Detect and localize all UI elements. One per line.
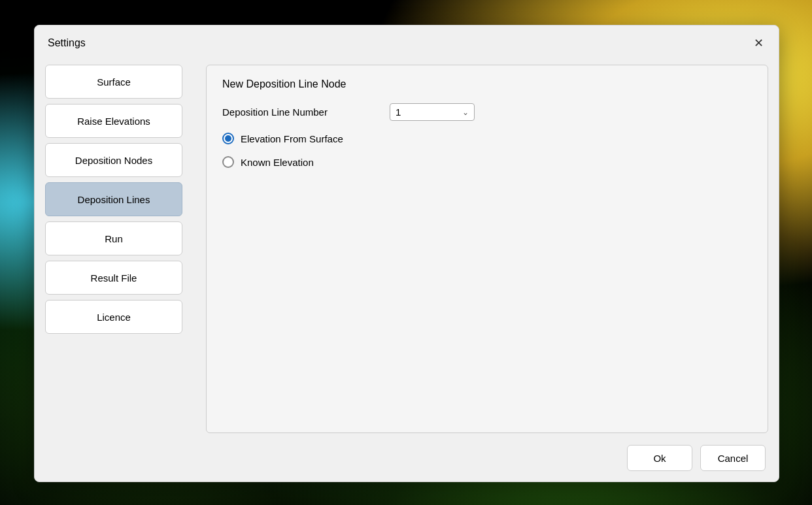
sidebar-item-deposition-nodes[interactable]: Deposition Nodes — [45, 143, 182, 177]
sidebar: Surface Raise Elevations Deposition Node… — [45, 59, 195, 438]
sidebar-item-deposition-lines[interactable]: Deposition Lines — [45, 182, 182, 216]
sidebar-item-raise-elevations[interactable]: Raise Elevations — [45, 104, 182, 138]
known-elevation-label: Known Elevation — [241, 157, 314, 168]
close-button[interactable]: ✕ — [749, 33, 768, 53]
dialog-body: Surface Raise Elevations Deposition Node… — [35, 59, 779, 438]
sidebar-item-run[interactable]: Run — [45, 221, 182, 255]
known-elevation-radio[interactable] — [222, 156, 234, 168]
content-panel: New Deposition Line Node Deposition Line… — [206, 65, 768, 433]
deposition-line-number-label: Deposition Line Number — [222, 106, 379, 118]
ok-button[interactable]: Ok — [627, 445, 692, 471]
elevation-from-surface-label: Elevation From Surface — [241, 133, 343, 144]
deposition-line-number-dropdown[interactable]: 1 ⌄ — [390, 103, 475, 121]
panel-title: New Deposition Line Node — [222, 78, 752, 90]
dialog-footer: Ok Cancel — [35, 438, 779, 481]
title-bar: Settings ✕ — [35, 25, 779, 59]
settings-dialog: Settings ✕ Surface Raise Elevations Depo… — [34, 25, 779, 482]
cancel-button[interactable]: Cancel — [700, 445, 766, 471]
known-elevation-row: Known Elevation — [222, 156, 752, 168]
sidebar-item-licence[interactable]: Licence — [45, 300, 182, 334]
dropdown-value: 1 — [396, 106, 457, 118]
deposition-line-number-row: Deposition Line Number 1 ⌄ — [222, 103, 752, 121]
dialog-title: Settings — [48, 37, 86, 49]
elevation-from-surface-radio[interactable] — [222, 133, 234, 144]
sidebar-item-result-file[interactable]: Result File — [45, 261, 182, 295]
elevation-from-surface-row: Elevation From Surface — [222, 133, 752, 144]
sidebar-item-surface[interactable]: Surface — [45, 65, 182, 99]
chevron-down-icon: ⌄ — [462, 108, 469, 117]
